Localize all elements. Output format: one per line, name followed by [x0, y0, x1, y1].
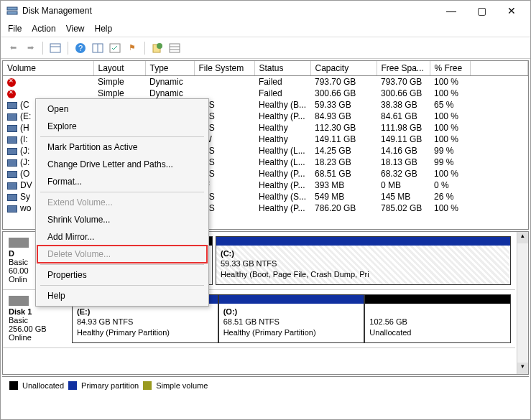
toolbar: ⬅ ➡ ? ⚑ [1, 37, 530, 59]
menu-file[interactable]: File [8, 24, 22, 34]
maximize-button[interactable]: ▢ [471, 5, 491, 17]
panel-icon[interactable] [49, 42, 62, 55]
table-row[interactable]: SimpleDynamicFailed300.66 GB300.66 GB100… [3, 88, 528, 99]
disk-1-name: Disk 1 [9, 307, 32, 316]
svg-text:?: ? [78, 44, 83, 52]
menu-action[interactable]: Action [32, 24, 55, 34]
ctx-delete-volume: Delete Volume... [37, 246, 207, 263]
svg-point-10 [157, 43, 162, 49]
app-icon [6, 5, 18, 17]
col-volume: Volume [3, 61, 93, 76]
menu-view[interactable]: View [66, 24, 85, 34]
disk-0-part-c[interactable]: (C:) 59.33 GB NTFS Healthy (Boot, Page F… [216, 236, 511, 285]
col-pct: % Free [430, 61, 470, 76]
ctx-shrink-volume[interactable]: Shrink Volume... [37, 211, 207, 228]
title-bar: Disk Management — ▢ ✕ [1, 1, 530, 21]
part-c-title: (C:) [221, 249, 234, 258]
disk-1-partition[interactable]: (O:)68.51 GB NTFSHealthy (Primary Partit… [218, 294, 365, 343]
legend-primary-swatch [68, 381, 77, 390]
ctx-help[interactable]: Help [37, 287, 207, 304]
disk-1-type: Basic [9, 316, 28, 325]
col-capacity: Capacity [310, 61, 377, 76]
legend-unallocated-swatch [9, 381, 18, 390]
legend-simple: Simple volume [156, 381, 208, 390]
col-filesystem: File System [194, 61, 254, 76]
legend-simple-swatch [143, 381, 152, 390]
svg-rect-0 [7, 7, 17, 10]
list-icon[interactable] [168, 42, 181, 55]
disk-0-type: Basic [9, 258, 28, 266]
col-layout: Layout [93, 61, 145, 76]
settings-icon[interactable] [108, 42, 121, 55]
ctx-format[interactable]: Format... [37, 173, 207, 190]
refresh-icon[interactable] [151, 42, 164, 55]
ctx-explore[interactable]: Explore [37, 118, 207, 135]
column-headers[interactable]: Volume Layout Type File System Status Ca… [3, 61, 528, 76]
disk-0-size: 60.00 [9, 266, 29, 275]
context-menu: OpenExploreMark Partition as ActiveChang… [35, 98, 209, 307]
part-c-size: 59.33 GB NTFS [221, 259, 277, 268]
minimize-button[interactable]: — [441, 5, 461, 17]
disk-1-size: 256.00 GB [9, 325, 47, 333]
layout-icon[interactable] [91, 42, 104, 55]
flag-icon[interactable]: ⚑ [126, 42, 139, 55]
menu-bar: File Action View Help [1, 21, 530, 37]
disk-0-status: Onlin [9, 275, 27, 284]
ctx-change-drive-letter-and-paths[interactable]: Change Drive Letter and Paths... [37, 156, 207, 173]
ctx-properties[interactable]: Properties [37, 266, 207, 284]
scrollbar[interactable]: ▴▾ [517, 232, 528, 374]
ctx-mark-partition-as-active[interactable]: Mark Partition as Active [37, 139, 207, 156]
window-title: Disk Management [22, 6, 441, 16]
svg-rect-1 [7, 11, 17, 14]
svg-rect-2 [50, 44, 60, 52]
disk-icon [9, 238, 29, 248]
disk-icon [9, 296, 29, 306]
disk-1-partition[interactable]: 102.56 GBUnallocated [364, 294, 511, 343]
close-button[interactable]: ✕ [502, 5, 522, 17]
ctx-extend-volume: Extend Volume... [37, 194, 207, 211]
back-icon[interactable]: ⬅ [6, 42, 19, 55]
ctx-add-mirror[interactable]: Add Mirror... [37, 228, 207, 246]
svg-rect-11 [170, 44, 180, 52]
col-status: Status [254, 61, 310, 76]
forward-icon[interactable]: ➡ [24, 42, 37, 55]
disk-1-status: Online [9, 333, 32, 342]
ctx-open[interactable]: Open [37, 101, 207, 118]
legend-primary: Primary partition [81, 381, 139, 390]
part-c-status: Healthy (Boot, Page File, Crash Dump, Pr… [221, 270, 369, 279]
menu-help[interactable]: Help [95, 24, 113, 34]
legend-unallocated: Unallocated [22, 381, 64, 390]
col-type: Type [145, 61, 194, 76]
help-icon[interactable]: ? [74, 42, 87, 55]
col-free: Free Spa... [377, 61, 430, 76]
legend: Unallocated Primary partition Simple vol… [2, 376, 529, 394]
disk-0-name: D [9, 249, 14, 258]
table-row[interactable]: SimpleDynamicFailed793.70 GB793.70 GB100… [3, 76, 528, 88]
